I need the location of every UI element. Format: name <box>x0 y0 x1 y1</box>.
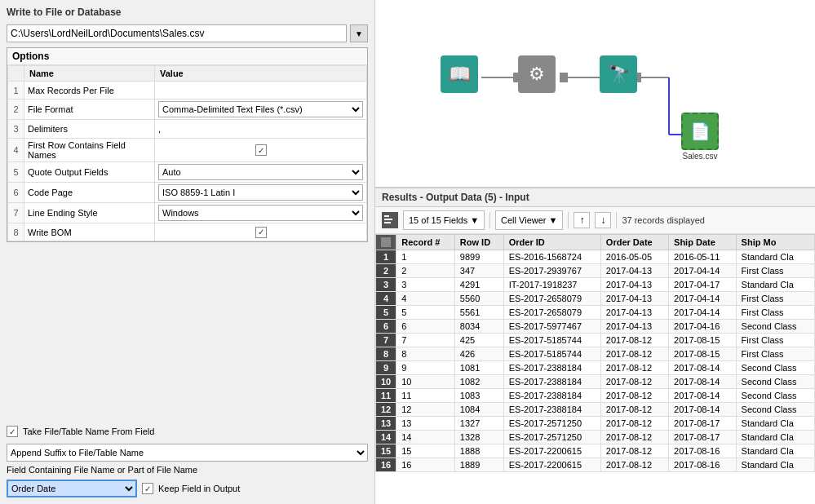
row-num: 1 <box>8 82 24 99</box>
file-path-input[interactable] <box>7 24 347 42</box>
gear-node[interactable]: ⚙ <box>518 55 556 93</box>
cell-orderdate: 2017-08-12 <box>600 375 668 389</box>
file-path-dropdown-btn[interactable]: ▼ <box>350 24 368 42</box>
row-num: 2 <box>8 99 24 120</box>
cell-record: 4 <box>396 292 455 306</box>
row-value[interactable]: ✓ <box>155 223 367 241</box>
row-label: Quote Output Fields <box>24 162 155 183</box>
csv-node[interactable]: 📄 Sales.csv <box>681 113 719 161</box>
row-num-cell: 14 <box>376 431 396 444</box>
table-row: 11 11 1083 ES-2017-2388184 2017-08-12 20… <box>376 389 815 403</box>
cell-orderid: ES-2017-2388184 <box>503 389 600 403</box>
cell-shipmode: Second Class <box>736 403 814 417</box>
cell-orderid: ES-2017-2388184 <box>503 361 600 375</box>
row-value[interactable]: ✓ <box>155 139 367 162</box>
svg-rect-10 <box>384 222 391 223</box>
first-row-checkbox[interactable]: ✓ <box>255 144 267 156</box>
data-table-container[interactable]: Record # Row ID Order ID Order Date Ship… <box>375 234 815 504</box>
col-header-record[interactable]: Record # <box>396 235 455 250</box>
row-label: File Format <box>24 99 155 120</box>
book-node[interactable]: 📖 <box>441 55 478 93</box>
row-label: Delimiters <box>24 120 155 139</box>
cell-orderid: ES-2017-2571250 <box>503 417 600 431</box>
table-row: 8 Write BOM ✓ <box>8 223 367 241</box>
cell-shipmode: Standard Cla <box>736 417 814 431</box>
records-count: 37 records displayed <box>622 215 705 225</box>
cell-orderid: ES-2017-5185744 <box>503 347 600 361</box>
table-row: 7 7 425 ES-2017-5185744 2017-08-12 2017-… <box>376 334 815 347</box>
row-num-cell: 5 <box>376 306 396 320</box>
table-row: 6 Code Page ISO 8859-1 Latin I <box>8 183 367 203</box>
cell-rowid: 5560 <box>454 292 503 306</box>
cell-orderdate: 2017-08-12 <box>600 417 668 431</box>
row-value[interactable]: Auto <box>155 162 367 183</box>
cell-rowid: 425 <box>454 334 503 347</box>
quote-fields-select[interactable]: Auto <box>158 164 363 180</box>
row-num-cell: 2 <box>376 264 396 278</box>
cell-orderid: ES-2017-2200615 <box>503 458 600 472</box>
row-value[interactable]: Comma-Delimited Text Files (*.csv) <box>155 99 367 120</box>
bottom-section: ✓ Take File/Table Name From Field Append… <box>7 422 368 497</box>
cell-record: 12 <box>396 403 455 417</box>
col-header-shipmode[interactable]: Ship Mo <box>736 235 814 250</box>
options-table: Name Value 1 Max Records Per File 2 File… <box>7 65 367 241</box>
col-header-shipdate[interactable]: Ship Date <box>669 235 737 250</box>
table-row: 4 First Row Contains Field Names ✓ <box>8 139 367 162</box>
append-suffix-row: Append Suffix to File/Table Name <box>7 444 368 462</box>
cell-orderdate: 2017-08-12 <box>600 361 668 375</box>
table-row: 4 4 5560 ES-2017-2658079 2017-04-13 2017… <box>376 292 815 306</box>
field-containing-select[interactable]: Order Date <box>7 480 137 497</box>
cell-rowid: 1081 <box>454 361 503 375</box>
column-chooser-icon[interactable] <box>382 212 398 228</box>
cell-rowid: 8034 <box>454 320 503 334</box>
row-num: 4 <box>8 139 24 162</box>
table-row: 13 13 1327 ES-2017-2571250 2017-08-12 20… <box>376 417 815 431</box>
cell-shipmode: Second Class <box>736 361 814 375</box>
cell-record: 2 <box>396 264 455 278</box>
sort-desc-btn[interactable]: ↓ <box>595 212 611 228</box>
cell-viewer-button[interactable]: Cell Viewer ▼ <box>495 210 563 230</box>
cell-shipdate: 2017-08-15 <box>669 347 737 361</box>
code-page-select[interactable]: ISO 8859-1 Latin I <box>158 184 363 201</box>
row-value[interactable]: Windows <box>155 203 367 223</box>
row-num-cell: 9 <box>376 361 396 375</box>
cell-record: 1 <box>396 250 455 264</box>
file-format-select[interactable]: Comma-Delimited Text Files (*.csv) <box>158 101 363 117</box>
cell-record: 11 <box>396 389 455 403</box>
binocular-node[interactable]: 🔭 <box>600 55 637 93</box>
row-num: 5 <box>8 162 24 183</box>
cell-shipdate: 2017-08-16 <box>669 458 737 472</box>
fields-button[interactable]: 15 of 15 Fields ▼ <box>403 210 485 230</box>
results-header: Results - Output Data (5) - Input <box>375 188 815 207</box>
spacer <box>7 247 368 418</box>
row-value[interactable]: ISO 8859-1 Latin I <box>155 183 367 203</box>
cell-shipmode: Standard Cla <box>736 444 814 458</box>
col-header-orderid[interactable]: Order ID <box>503 235 600 250</box>
append-suffix-select[interactable]: Append Suffix to File/Table Name <box>7 444 368 462</box>
cell-rowid: 1083 <box>454 389 503 403</box>
keep-field-checkbox[interactable]: ✓ <box>142 483 153 494</box>
cell-orderdate: 2017-04-13 <box>600 320 668 334</box>
row-label: Line Ending Style <box>24 203 155 223</box>
cell-record: 3 <box>396 278 455 292</box>
cell-orderdate: 2017-08-12 <box>600 334 668 347</box>
take-file-checkbox[interactable]: ✓ <box>7 426 18 437</box>
cell-orderid: ES-2017-2939767 <box>503 264 600 278</box>
svg-rect-9 <box>384 219 392 220</box>
cell-rowid: 1328 <box>454 431 503 444</box>
col-header-selector[interactable] <box>376 235 396 250</box>
write-bom-checkbox[interactable]: ✓ <box>255 227 267 238</box>
table-row: 1 1 9899 ES-2016-1568724 2016-05-05 2016… <box>376 250 815 264</box>
cell-shipmode: Second Class <box>736 389 814 403</box>
write-section-title: Write to File or Database <box>7 7 368 18</box>
cell-shipmode: Standard Cla <box>736 431 814 444</box>
cell-shipdate: 2017-08-14 <box>669 389 737 403</box>
table-row: 2 2 347 ES-2017-2939767 2017-04-13 2017-… <box>376 264 815 278</box>
options-header: Options <box>7 48 367 65</box>
col-header-rowid[interactable]: Row ID <box>454 235 503 250</box>
col-header-orderdate[interactable]: Order Date <box>600 235 668 250</box>
sort-asc-btn[interactable]: ↑ <box>574 212 590 228</box>
cell-shipdate: 2017-08-15 <box>669 334 737 347</box>
row-num-cell: 11 <box>376 389 396 403</box>
line-ending-select[interactable]: Windows <box>158 205 363 221</box>
